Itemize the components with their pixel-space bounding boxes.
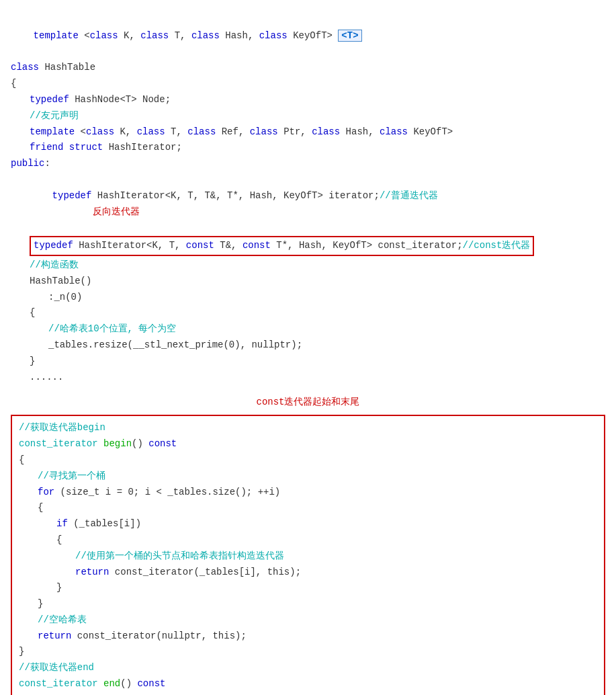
- sc-for-open: {: [19, 500, 597, 516]
- sc-begin-close: }: [19, 644, 597, 660]
- line-public: public:: [11, 156, 605, 172]
- line-typedef-node: typedef HashNode<T> Node;: [11, 92, 605, 108]
- line-ctor-close: }: [11, 354, 605, 370]
- line-hashtable-ctor: HashTable(): [11, 274, 605, 290]
- sc-comment-find-bucket: //寻找第一个桶: [19, 468, 597, 485]
- section-title: const迭代器起始和末尾: [0, 396, 616, 408]
- kw-template: template: [34, 30, 79, 41]
- sc-return-nullptr1: return const_iterator(nullptr, this);: [19, 628, 597, 645]
- line-ellipsis: ......: [11, 370, 605, 386]
- sc-comment-use-head: //使用第一个桶的头节点和哈希表指针构造迭代器: [19, 548, 597, 565]
- line-template-friend: template <class K, class T, class Ref, c…: [11, 124, 605, 140]
- sc-end-open: {: [19, 692, 597, 695]
- section-code-box: //获取迭代器begin const_iterator begin() cons…: [11, 415, 605, 695]
- sc-for-loop: for (size_t i = 0; i < _tables.size(); +…: [19, 485, 597, 501]
- sc-if-tables: if (_tables[i]): [19, 516, 597, 532]
- line-comment-friend: //友元声明: [11, 108, 605, 124]
- line-comment-hashtable10: //哈希表10个位置, 每个为空: [11, 321, 605, 337]
- line-init-n: :_n(0): [11, 290, 605, 306]
- line-friend-struct: friend struct HashIterator;: [11, 140, 605, 156]
- line-typedef-const-iterator-box: typedef HashIterator<K, T, const T&, con…: [30, 236, 534, 256]
- line-template: template <class K, class T, class Hash, …: [11, 12, 605, 60]
- sc-for-close: }: [19, 596, 597, 612]
- label-reverse-iterator: 反向迭代器: [93, 206, 140, 217]
- t-badge: <T>: [338, 30, 361, 42]
- sc-comment-empty: //空哈希表: [19, 612, 597, 628]
- sc-comment-begin: //获取迭代器begin: [19, 420, 597, 436]
- sc-begin-open: {: [19, 452, 597, 468]
- sc-if-close: }: [19, 580, 597, 596]
- line-ctor-open: {: [11, 305, 605, 321]
- sc-if-open: {: [19, 532, 597, 548]
- sc-return-const-iter: return const_iterator(_tables[i], this);: [19, 565, 597, 581]
- sc-end-sig: const_iterator end() const: [19, 676, 597, 692]
- line-class-hashtable: class HashTable: [11, 60, 605, 76]
- sc-comment-end: //获取迭代器end: [19, 660, 597, 676]
- line-open-brace1: {: [11, 76, 605, 92]
- code-area: template <class K, class T, class Hash, …: [0, 7, 616, 391]
- line-typedef-iterator: typedef HashIterator<K, T, T&, T*, Hash,…: [11, 172, 605, 236]
- sc-begin-sig: const_iterator begin() const: [19, 436, 597, 452]
- line-comment-constructor: //构造函数: [11, 257, 605, 274]
- line-resize: _tables.resize(__stl_next_prime(0), null…: [11, 337, 605, 354]
